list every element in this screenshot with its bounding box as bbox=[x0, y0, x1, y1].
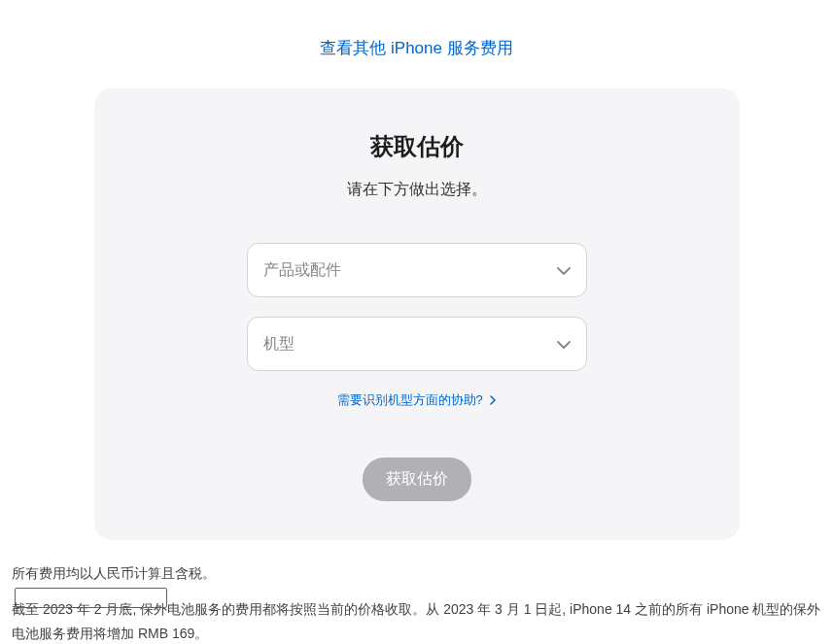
estimate-card: 获取估价 请在下方做出选择。 产品或配件 机型 需要识别机型方面的协助? bbox=[94, 88, 740, 540]
footer-text: 所有费用均以人民币计算且含税。 截至 2023 年 2 月底, 保外电池服务的费… bbox=[0, 540, 833, 644]
product-select-placeholder: 产品或配件 bbox=[263, 260, 341, 281]
top-link-container: 查看其他 iPhone 服务费用 bbox=[0, 0, 833, 88]
chevron-down-icon bbox=[557, 335, 571, 353]
model-select[interactable]: 机型 bbox=[247, 317, 587, 371]
help-link-label: 需要识别机型方面的协助? bbox=[337, 392, 483, 407]
card-subtitle: 请在下方做出选择。 bbox=[133, 180, 701, 200]
chevron-right-icon bbox=[490, 395, 496, 407]
footer-line-2: 截至 2023 年 2 月底, 保外电池服务的费用都将按照当前的价格收取。从 2… bbox=[12, 597, 821, 644]
footer-line-1: 所有费用均以人民币计算且含税。 bbox=[12, 561, 821, 586]
other-services-link[interactable]: 查看其他 iPhone 服务费用 bbox=[320, 39, 512, 57]
get-estimate-button[interactable]: 获取估价 bbox=[363, 458, 471, 501]
product-select-wrapper: 产品或配件 bbox=[247, 243, 587, 297]
chevron-down-icon bbox=[557, 261, 571, 279]
model-select-placeholder: 机型 bbox=[263, 334, 295, 355]
product-select[interactable]: 产品或配件 bbox=[247, 243, 587, 297]
identify-model-help-link[interactable]: 需要识别机型方面的协助? bbox=[337, 392, 497, 407]
model-select-wrapper: 机型 bbox=[247, 317, 587, 371]
submit-button-wrapper: 获取估价 bbox=[133, 458, 701, 501]
help-link-container: 需要识别机型方面的协助? bbox=[133, 390, 701, 409]
card-title: 获取估价 bbox=[133, 131, 701, 162]
